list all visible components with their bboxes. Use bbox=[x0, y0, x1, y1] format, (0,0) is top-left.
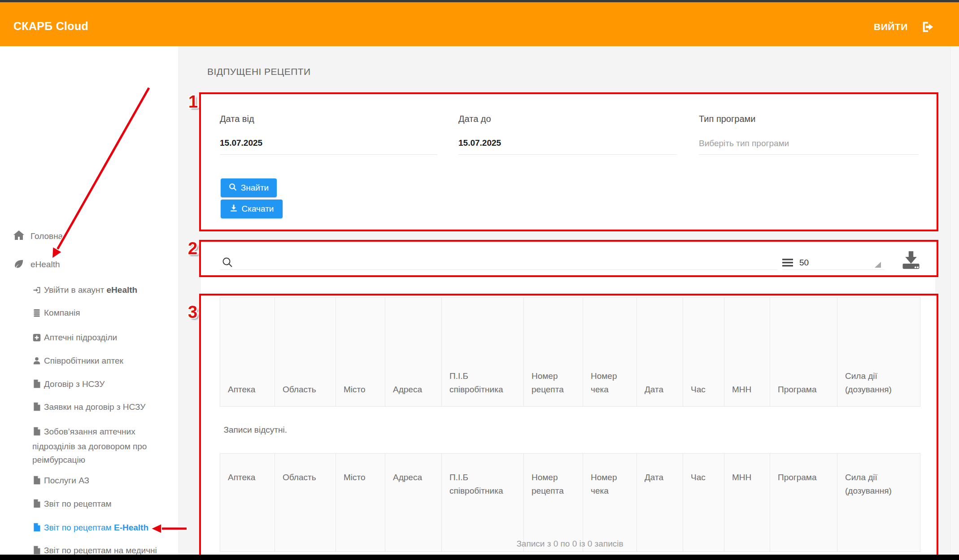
column-header[interactable]: Аптека bbox=[220, 298, 275, 407]
scrollbar-track[interactable] bbox=[950, 46, 959, 560]
column-footer: Номер чека bbox=[583, 454, 637, 552]
home-icon bbox=[13, 230, 24, 244]
page-title: ВІДПУЩЕНІ РЕЦЕПТИ bbox=[207, 66, 310, 77]
column-footer: Місто bbox=[336, 454, 385, 552]
table-search-icon bbox=[222, 257, 233, 269]
column-header[interactable]: МНН bbox=[724, 298, 770, 407]
sidebar-item-label: Увійти в акаунт bbox=[44, 285, 107, 295]
date-from-input[interactable]: 15.07.2025 bbox=[220, 138, 262, 148]
empty-message: Записи відсутні. bbox=[220, 407, 920, 454]
sidebar-item-label-bold: eHealth bbox=[107, 285, 138, 295]
column-header[interactable]: Область bbox=[275, 298, 336, 407]
filters-card bbox=[201, 94, 935, 231]
file-icon bbox=[32, 522, 41, 536]
logout-label: ВИЙТИ bbox=[874, 22, 908, 32]
find-button[interactable]: Знайти bbox=[221, 178, 277, 197]
prescriptions-table: Аптека Область Місто Адреса П.І.Б співро… bbox=[220, 297, 920, 552]
select-arrow-icon[interactable] bbox=[875, 262, 881, 268]
sidebar-item-pharmacy-units[interactable]: Аптечні підрозділи bbox=[32, 331, 117, 346]
file-icon bbox=[32, 475, 41, 489]
sidebar-item-company[interactable]: Компанія bbox=[32, 306, 80, 321]
column-header[interactable]: Час bbox=[683, 298, 724, 407]
sidebar-item-label-bold: E-Health bbox=[114, 523, 148, 532]
column-header[interactable]: Адреса bbox=[385, 298, 442, 407]
column-footer: Номер рецепта bbox=[524, 454, 583, 552]
date-from-label: Дата від bbox=[220, 114, 254, 124]
sign-out-icon bbox=[921, 20, 935, 34]
download-button[interactable]: Скачати bbox=[221, 200, 283, 218]
sidebar-item-prescription-report-ehealth[interactable]: Звіт по рецептам E-Health bbox=[32, 521, 148, 536]
sidebar-item-label: Договір з НСЗУ bbox=[44, 379, 105, 389]
column-header[interactable]: Місто bbox=[336, 298, 385, 407]
sidebar-item-label: Аптечні підрозділи bbox=[44, 333, 117, 342]
program-type-underline bbox=[699, 154, 919, 155]
search-icon bbox=[229, 183, 237, 193]
sidebar-item-label: Компанія bbox=[44, 308, 80, 317]
column-footer: Час bbox=[683, 454, 724, 552]
table-search-underline bbox=[220, 269, 777, 270]
sidebar-item-reimbursement-obligations[interactable]: Зобов’язання аптечних підрозділів за дог… bbox=[32, 425, 154, 467]
sidebar-item-ehealth-login[interactable]: Увійти в акаунт eHealth bbox=[32, 283, 137, 298]
file-icon bbox=[32, 402, 41, 415]
table-footer-row: Аптека Область Місто Адреса П.І.Б співро… bbox=[220, 454, 920, 552]
logout-button[interactable]: ВИЙТИ bbox=[874, 20, 935, 34]
window-bottom-edge bbox=[0, 555, 959, 560]
file-icon bbox=[32, 379, 41, 392]
program-type-label: Тип програми bbox=[699, 114, 755, 124]
table-empty-row: Записи відсутні. bbox=[220, 407, 920, 454]
annotation-marker-3: 3 bbox=[188, 303, 197, 322]
table-search-input[interactable] bbox=[238, 256, 773, 270]
sidebar-item-az-services[interactable]: Послуги АЗ bbox=[32, 474, 89, 489]
find-button-label: Знайти bbox=[241, 183, 269, 193]
download-button-label: Скачати bbox=[242, 204, 274, 214]
date-to-input[interactable]: 15.07.2025 bbox=[458, 138, 501, 148]
app-title: СКАРБ Cloud bbox=[13, 20, 88, 33]
table-header-row: Аптека Область Місто Адреса П.І.Б співро… bbox=[220, 298, 920, 407]
column-footer: МНН bbox=[724, 454, 770, 552]
file-icon bbox=[32, 499, 41, 512]
sidebar-item-home[interactable]: Головна bbox=[13, 230, 63, 244]
column-footer: Область bbox=[275, 454, 336, 552]
sidebar-item-nszu-contract-requests[interactable]: Заявки на договір з НСЗУ bbox=[32, 400, 145, 415]
sidebar-item-pharmacy-staff[interactable]: Співробітники аптек bbox=[32, 354, 123, 369]
column-footer: Адреса bbox=[385, 454, 442, 552]
sidebar-item-label: Звіт по рецептам на медичні bbox=[44, 546, 157, 555]
date-to-underline bbox=[458, 154, 677, 155]
records-summary: Записи з 0 по 0 із 0 записів bbox=[220, 539, 920, 549]
page-size-underline bbox=[783, 269, 885, 270]
user-icon bbox=[32, 356, 41, 369]
file-icon bbox=[32, 426, 41, 440]
column-header[interactable]: П.І.Б співробітника bbox=[442, 298, 524, 407]
column-footer: Програма bbox=[770, 454, 837, 552]
screen: СКАРБ Cloud ВИЙТИ СКАРБ cloud Меню Голов… bbox=[0, 0, 959, 560]
date-to-label: Дата до bbox=[458, 114, 491, 124]
annotation-marker-1: 1 bbox=[188, 92, 198, 112]
sidebar-item-label: Звіт по рецептам bbox=[44, 499, 112, 508]
sidebar-item-label: Головна bbox=[31, 231, 63, 241]
column-header[interactable]: Номер рецепта bbox=[524, 298, 583, 407]
date-from-underline bbox=[220, 154, 437, 155]
download-icon bbox=[230, 204, 238, 214]
sidebar-item-label: Співробітники аптек bbox=[44, 356, 123, 365]
plus-square-icon bbox=[32, 332, 41, 346]
sidebar-item-prescription-report[interactable]: Звіт по рецептам bbox=[32, 497, 112, 512]
sidebar-item-ehealth[interactable]: eHealth bbox=[13, 258, 60, 273]
bars-icon bbox=[782, 258, 793, 269]
column-footer: Сила дії (дозування) bbox=[837, 454, 920, 552]
leaf-icon bbox=[13, 259, 24, 273]
column-header[interactable]: Дата bbox=[637, 298, 683, 407]
sidebar-item-label: Заявки на договір з НСЗУ bbox=[44, 402, 145, 412]
app-header: СКАРБ Cloud ВИЙТИ bbox=[0, 2, 959, 46]
sidebar-item-nszu-contract[interactable]: Договір з НСЗУ bbox=[32, 378, 105, 392]
sidebar-item-label: Звіт по рецептам bbox=[44, 523, 114, 532]
database-icon bbox=[32, 308, 41, 321]
page-size-select[interactable]: 50 bbox=[799, 258, 809, 268]
column-footer: Аптека bbox=[220, 454, 275, 552]
column-header[interactable]: Номер чека bbox=[583, 298, 637, 407]
column-header[interactable]: Програма bbox=[770, 298, 837, 407]
column-footer: Дата bbox=[637, 454, 683, 552]
column-header[interactable]: Сила дії (дозування) bbox=[837, 298, 920, 407]
annotation-marker-2: 2 bbox=[188, 239, 197, 258]
export-download-icon[interactable] bbox=[902, 250, 920, 272]
program-type-select[interactable]: Виберіть тип програми bbox=[699, 139, 789, 148]
